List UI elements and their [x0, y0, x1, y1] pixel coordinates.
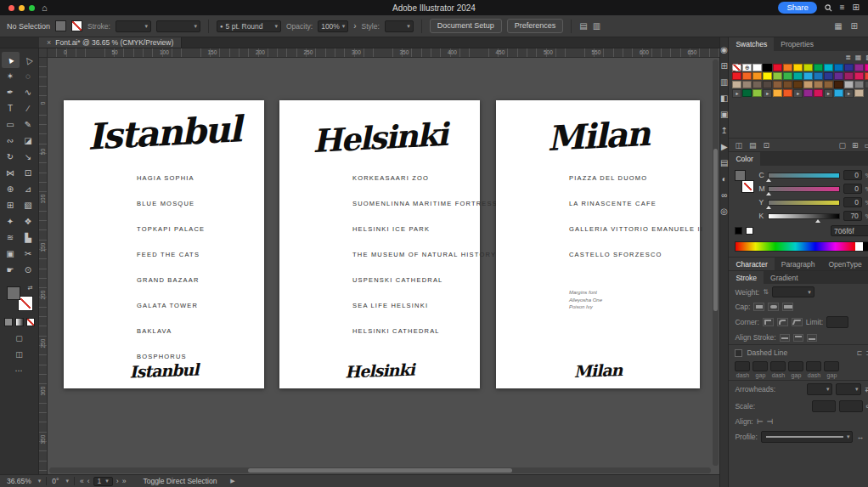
swatch[interactable]	[773, 64, 782, 71]
artboard-list-item[interactable]: SUOMENLINNA MARITIME FORTRESS	[352, 200, 475, 207]
width-tool[interactable]: ⋈	[2, 165, 20, 181]
font-credit-note[interactable]: Margins fontAlleyosha OnePoison Ivy	[569, 289, 602, 311]
artboard-footer-title[interactable]: Milan	[496, 358, 701, 383]
tab-swatches[interactable]: Swatches	[729, 37, 774, 51]
artboard-list-item[interactable]: FEED THE CATS	[137, 251, 259, 258]
swatch[interactable]	[854, 81, 864, 88]
artboard-title[interactable]: Helsinki	[279, 114, 481, 161]
align-panel-icon[interactable]: ▥	[720, 78, 728, 87]
artboard-milan[interactable]: MilanPIAZZA DEL DUOMOLA RINASCENTE CAFEG…	[496, 100, 700, 388]
transform-options-icon[interactable]: ▥	[593, 21, 600, 31]
eyedropper-tool[interactable]: ✦	[2, 213, 20, 229]
swatch-kinds-menu-icon[interactable]: ▤	[749, 141, 757, 150]
swatch[interactable]	[865, 72, 868, 80]
slider-thumb[interactable]	[815, 219, 820, 223]
flip-along-icon[interactable]: ↔	[856, 433, 864, 441]
navigator-panel-icon[interactable]: ◎	[720, 207, 728, 216]
close-tab-icon[interactable]: ×	[47, 38, 51, 47]
tab-opentype[interactable]: OpenType	[821, 258, 868, 270]
share-button[interactable]: Share	[778, 2, 816, 14]
symbol-sprayer-tool[interactable]: ≋	[2, 229, 20, 246]
color-group-folder-icon[interactable]: ▸	[793, 89, 803, 98]
dashed-line-checkbox[interactable]	[735, 349, 742, 357]
m-slider[interactable]	[768, 186, 839, 192]
swatch[interactable]	[783, 72, 792, 80]
artboard-list-item[interactable]: USPENSKI CATHEDRAL	[352, 276, 475, 284]
links-panel-icon[interactable]: ∞	[721, 191, 727, 200]
swatch[interactable]	[732, 72, 741, 80]
white-chip[interactable]	[746, 227, 753, 235]
next-artboard-icon[interactable]: ›	[116, 477, 119, 485]
swatch[interactable]	[803, 64, 813, 71]
free-transform-tool[interactable]: ⊡	[20, 165, 37, 181]
search-icon[interactable]	[825, 4, 832, 12]
hex-value-input[interactable]: 706f6f	[831, 225, 868, 236]
opacity-flyout-icon[interactable]: ›	[353, 21, 356, 31]
group-swatch[interactable]	[834, 89, 843, 97]
group-swatch[interactable]	[854, 89, 864, 97]
swatch[interactable]	[803, 72, 813, 80]
swatch[interactable]	[814, 72, 823, 80]
dash-gap-input[interactable]	[788, 361, 803, 371]
new-swatch-icon[interactable]: ⊞	[852, 141, 859, 150]
scale-end-input[interactable]	[839, 400, 863, 412]
spectrum-gradient[interactable]	[736, 242, 855, 251]
group-swatch[interactable]	[752, 89, 762, 97]
canvas[interactable]: IstanbulHAGIA SOPHIABLUE MOSQUETOPKAPI P…	[48, 58, 719, 474]
draw-mode-button[interactable]: ▢	[15, 334, 23, 343]
scale-tool[interactable]: ↘	[20, 149, 37, 165]
projecting-cap-button[interactable]	[782, 303, 793, 311]
spectrum-black[interactable]	[863, 242, 868, 251]
butt-cap-button[interactable]	[753, 303, 764, 311]
scrollbar-thumb[interactable]	[248, 468, 513, 473]
dash-gap-input[interactable]	[735, 361, 750, 371]
actions-panel-icon[interactable]: ▶	[721, 143, 728, 151]
color-button[interactable]	[4, 318, 13, 326]
swatch-options-icon[interactable]: ⊡	[763, 141, 769, 150]
artboard-footer-title[interactable]: Helsinki	[279, 358, 481, 383]
home-icon[interactable]: ⌂	[42, 3, 48, 13]
control-center-icon[interactable]: ≡	[840, 3, 845, 12]
close-window-icon[interactable]	[8, 5, 14, 11]
swatch[interactable]	[783, 64, 792, 71]
workspace-switcher-icon[interactable]: ⊞	[851, 21, 858, 31]
artboard-list-item[interactable]: TOPKAPI PALACE	[137, 225, 259, 233]
vertical-ruler[interactable]: 050100150200250300350	[39, 58, 48, 474]
previous-artboard-icon[interactable]: ‹	[87, 477, 90, 485]
weight-input[interactable]: ▾	[772, 286, 814, 297]
registration-swatch[interactable]: ⊕	[742, 64, 752, 71]
lasso-tool[interactable]: ◌	[20, 68, 37, 84]
swatch[interactable]	[773, 72, 782, 80]
miter-join-button[interactable]	[763, 318, 774, 326]
swatch[interactable]	[865, 81, 868, 88]
pathfinder-panel-icon[interactable]: ◧	[720, 94, 728, 103]
tab-gradient[interactable]: Gradient	[764, 271, 805, 284]
channel-value-input[interactable]: 0	[843, 197, 862, 207]
column-graph-tool[interactable]: ▙	[20, 229, 37, 246]
artboard-list-item[interactable]: GALLERIA VITTORIO EMANUELE II	[569, 225, 695, 233]
align-stroke-center-button[interactable]	[780, 334, 790, 342]
stroke-color-chip[interactable]	[71, 20, 82, 31]
stroke-indicator[interactable]	[742, 181, 753, 192]
variable-width-select[interactable]: ▾	[156, 20, 200, 32]
slider-thumb[interactable]	[766, 206, 771, 209]
blend-tool[interactable]: ❖	[20, 213, 37, 229]
swatch[interactable]	[834, 72, 843, 80]
group-swatch[interactable]	[814, 89, 823, 97]
asset-export-panel-icon[interactable]: ↥	[721, 127, 728, 135]
delete-swatch-icon[interactable]: ▭	[864, 141, 868, 150]
swatch[interactable]	[844, 81, 854, 88]
align-options-icon[interactable]: ▤	[579, 21, 587, 31]
stepper-icon[interactable]: ⇅	[763, 288, 769, 296]
document-info-panel-icon[interactable]: ▤	[720, 159, 728, 167]
mesh-tool[interactable]: ⊞	[2, 197, 20, 213]
tab-stroke[interactable]: Stroke	[729, 271, 764, 284]
color-spectrum-bar[interactable]	[735, 241, 868, 252]
artboard-list-item[interactable]: HELSINKI ICE PARK	[352, 225, 475, 233]
group-swatch[interactable]	[773, 89, 782, 97]
swatch[interactable]	[732, 81, 741, 88]
color-group-folder-icon[interactable]: ▸	[763, 89, 772, 98]
swatch[interactable]	[752, 64, 762, 71]
chevron-down-icon[interactable]: ▾	[38, 478, 42, 484]
k-slider[interactable]	[768, 213, 839, 219]
